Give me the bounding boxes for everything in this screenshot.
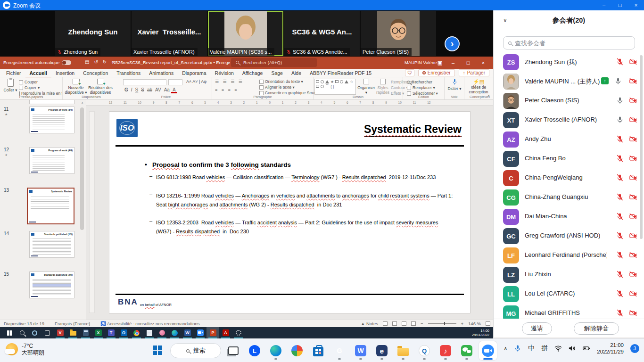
shared-taskbar-app-icon[interactable] — [3, 327, 16, 338]
partial-thumbnail[interactable] — [29, 100, 74, 104]
thumbnail-scrollbar[interactable]: ∧ — [79, 100, 85, 320]
bullet-sub-1[interactable]: – ISO 6813:1998 Road vehicles — Collisio… — [149, 173, 455, 182]
unmute-button[interactable]: 解除静音 — [574, 322, 619, 335]
align-text-button[interactable]: Aligner le texte ▾ — [259, 85, 295, 90]
participant-row[interactable]: XT Xavier Trosseille (AFNOR) ↑ — [494, 110, 644, 130]
taskbar-app-icon[interactable]: W — [352, 341, 370, 360]
ribbon-tab[interactable]: Révision — [211, 69, 238, 78]
copy-button[interactable]: Copier ▾ — [19, 85, 40, 90]
participant-row[interactable]: MG Michael GRIFFITHS ↑ — [494, 304, 644, 319]
dictate-button[interactable]: Dicter ▾ — [445, 79, 464, 91]
thumbnail-image[interactable]: Standards published (1/5) — [29, 231, 74, 258]
tray-mic-icon[interactable] — [514, 345, 521, 352]
thumbnail-image[interactable]: Program of work (3/4) — [29, 107, 74, 133]
bullet-sub-3[interactable]: – ISO 12353-2:2003 Road vehicles — Traff… — [149, 218, 455, 236]
camera-status-icon[interactable] — [629, 213, 637, 220]
start-button[interactable] — [149, 341, 167, 360]
taskbar-app-icon[interactable]: L — [246, 341, 264, 360]
ribbon-tab[interactable]: Aide — [287, 69, 305, 78]
mic-status-icon[interactable] — [614, 77, 622, 85]
participant-row[interactable]: Valérie MAUPIN ... (主持人) ↑ — [494, 72, 644, 91]
camera-status-icon[interactable] — [629, 232, 637, 239]
ribbon-tab[interactable]: Transitions — [112, 69, 145, 78]
taskbar-search[interactable]: 搜索 — [170, 343, 221, 358]
taskbar-app-icon[interactable] — [309, 341, 327, 360]
video-tile[interactable]: Peter Claeson (SIS) — [361, 11, 436, 56]
record-button[interactable]: Enregistrer — [418, 69, 455, 76]
accessibility-status[interactable]: ♿ Accessibilité : consultez nos recomman… — [100, 321, 199, 326]
ime-language[interactable]: 中 — [528, 344, 535, 353]
text-orientation-button[interactable]: Orientation du texte ▾ — [259, 79, 303, 84]
participant-row[interactable]: CF China Feng Bo ↑ — [494, 149, 644, 168]
shared-taskbar-app-icon[interactable] — [28, 327, 41, 338]
zoom-in-icon[interactable]: + — [461, 321, 464, 326]
mic-status-icon[interactable] — [616, 135, 624, 143]
ppt-minimize-icon[interactable]: – — [447, 57, 459, 69]
align-buttons[interactable]: ≡ ≡ ≡ ≡ — [215, 88, 239, 92]
save-icon[interactable]: ▤ — [85, 59, 89, 65]
hidden-icons-chevron[interactable]: ∧ — [504, 346, 507, 352]
shared-taskbar-app-icon[interactable]: A — [219, 327, 232, 338]
shared-taskbar-app-icon[interactable] — [143, 327, 156, 338]
shared-taskbar-app-icon[interactable] — [79, 327, 92, 338]
shared-taskbar-clock[interactable]: 14:0029/11/2022 — [472, 329, 489, 337]
ribbon-tab[interactable]: Animations — [145, 69, 178, 78]
ime-mode[interactable]: 拼 — [541, 344, 548, 353]
next-videos-button[interactable]: › — [445, 36, 460, 51]
mic-status-icon[interactable] — [616, 290, 624, 297]
taskbar-app-icon[interactable]: G — [330, 341, 348, 360]
bullet-sub-2[interactable]: – ISO 13216- 1:1999 Road vehicles — Anch… — [149, 191, 455, 209]
comment-icon[interactable]: 🗨 — [405, 69, 414, 76]
quick-styles-button[interactable]: Styles rapides — [375, 79, 391, 95]
normal-view-icon[interactable] — [383, 321, 388, 326]
video-tile[interactable]: Valérie MAUPIN (SC36 s... — [208, 11, 283, 56]
camera-status-icon[interactable] — [629, 271, 637, 278]
camera-status-icon[interactable] — [629, 174, 637, 181]
participant-row[interactable]: LL Lou Lei (CATARC) ↑ — [494, 284, 644, 304]
ppt-search-box[interactable]: Rechercher (Alt+Q) — [231, 58, 317, 67]
toggle-icon[interactable] — [62, 60, 71, 65]
font-style-button[interactable]: S — [134, 87, 140, 92]
slide-title[interactable]: Systematic Review — [364, 123, 462, 137]
zoom-level[interactable]: 146 % — [468, 321, 481, 326]
mic-status-icon[interactable] — [616, 309, 624, 317]
shared-taskbar-app-icon[interactable] — [194, 327, 206, 338]
notes-button[interactable]: ▲ Notes — [361, 321, 378, 326]
weather-widget[interactable]: -7°C大部晴朗 — [6, 343, 44, 356]
taskbar-app-icon[interactable] — [458, 341, 476, 360]
participant-row[interactable]: C China-PengWeiqiang ↑ — [494, 168, 644, 188]
font-size-select[interactable] — [168, 79, 182, 85]
reading-view-icon[interactable] — [402, 321, 406, 326]
participant-search[interactable] — [503, 36, 635, 49]
slide-counter[interactable]: Diapositive 13 de 19 — [4, 321, 44, 326]
ribbon-tab[interactable]: Insertion — [51, 69, 79, 78]
ribbon-tab[interactable]: Affichage — [238, 69, 267, 78]
invite-button[interactable]: 邀请 — [522, 322, 552, 335]
autosave-toggle[interactable]: Enregistrement automatique — [3, 60, 71, 65]
ribbon-tab[interactable]: ABBYY FineReader PDF 15 — [305, 69, 376, 78]
font-style-button[interactable]: A — [171, 88, 177, 93]
battery-icon[interactable] — [583, 345, 590, 352]
font-style-button[interactable]: ab — [146, 87, 154, 92]
shared-taskbar-app-icon[interactable]: W — [181, 327, 194, 338]
participant-search-input[interactable] — [515, 40, 619, 47]
close-icon[interactable]: × — [628, 0, 644, 10]
ribbon-display-icon[interactable]: ▣ — [434, 57, 446, 69]
camera-status-icon[interactable] — [629, 155, 637, 162]
ribbon-tab[interactable]: Fichier — [2, 69, 25, 78]
grow-shrink-font[interactable]: A˄ A˅ | Aφ — [186, 79, 206, 84]
slide-sorter-icon[interactable] — [392, 321, 397, 326]
thumbnail-image[interactable]: Systematic Review — [27, 188, 74, 224]
camera-status-icon[interactable] — [629, 58, 637, 66]
arrange-button[interactable]: Organiser▾ — [357, 79, 376, 95]
mic-status-icon[interactable] — [616, 271, 624, 278]
font-style-button[interactable]: I — [130, 87, 134, 92]
mic-status-icon[interactable] — [616, 174, 624, 181]
thumbnail-image[interactable]: Program of work (4/4) — [29, 147, 74, 174]
thumbnail-image[interactable]: Standards published (2/5) — [29, 272, 74, 298]
mic-status-icon[interactable] — [616, 193, 624, 201]
camera-status-icon[interactable] — [629, 77, 637, 85]
taskbar-app-icon[interactable] — [224, 341, 242, 360]
video-tile[interactable]: SC36 & WG5 An... SC36 & WG5 Annette... — [284, 11, 360, 56]
ribbon-tab[interactable]: Sage — [267, 69, 287, 78]
